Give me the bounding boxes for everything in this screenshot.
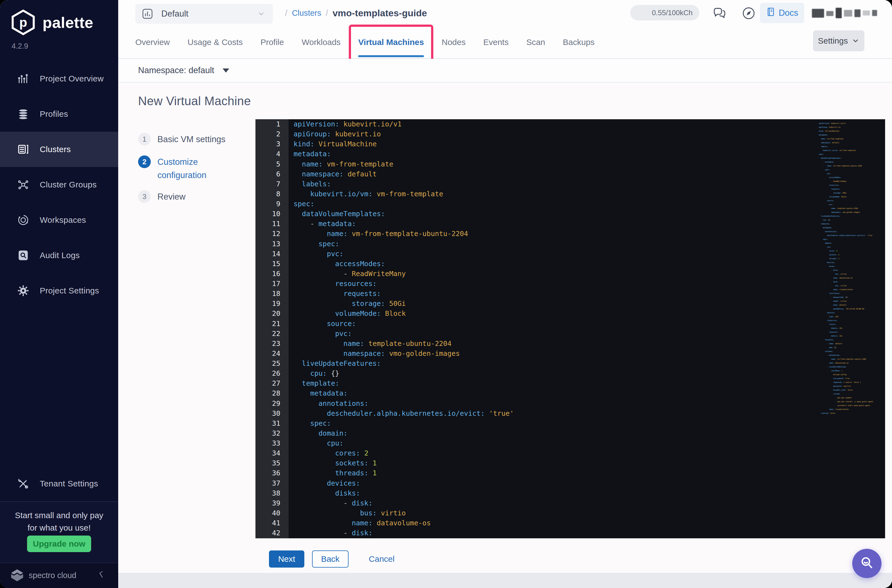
minimap-line: - dataVolume: xyxy=(819,353,878,357)
line-number-gutter: 1234567891011121314151617181920212223242… xyxy=(255,119,288,538)
sidebar-item-label: Tenant Settings xyxy=(40,479,98,488)
minimap-line: apiGroup: kubevirt.io xyxy=(819,125,878,129)
gear-icon xyxy=(17,285,29,297)
code-line: cores: 2 xyxy=(294,448,885,458)
sidebar-item-profiles[interactable]: Profiles xyxy=(0,96,118,132)
code-line: template: xyxy=(294,378,885,388)
line-number: 34 xyxy=(255,448,288,458)
page-title: New Virtual Machine xyxy=(138,94,251,108)
tab-workloads[interactable]: Workloads xyxy=(302,26,341,58)
sidebar-item-label: Project Overview xyxy=(40,74,104,83)
minimap-line: kubevirt.io/vm: vm-from-template xyxy=(819,148,878,152)
chat-icon[interactable] xyxy=(712,6,727,20)
minimap-line: - cloudInitNoCloud: xyxy=(819,365,878,369)
sidebar-item-project-overview[interactable]: Project Overview xyxy=(0,61,118,96)
line-number: 10 xyxy=(255,209,288,219)
sidebar-tenant-nav: Tenant Settings xyxy=(0,466,118,501)
line-number: 36 xyxy=(255,468,288,478)
sidebar-item-workspaces[interactable]: Workspaces xyxy=(0,202,118,238)
step-1-basic-vm-settings[interactable]: 1Basic VM settings xyxy=(138,133,225,146)
code-line: dataVolumeTemplates: xyxy=(294,209,885,219)
minimap-line: volumes: xyxy=(819,350,878,353)
tab-label: Backups xyxy=(563,38,595,47)
minimap-line: cpu: {} xyxy=(819,218,878,222)
namespace-selector[interactable]: Namespace: default xyxy=(138,65,214,75)
chevron-down-icon xyxy=(852,37,859,45)
sidebar-item-tenant-settings[interactable]: Tenant Settings xyxy=(0,466,118,501)
minimap-line: descheduler.alpha.kubernetes.io/evict: '… xyxy=(819,234,878,237)
dropdown-arrow-icon[interactable] xyxy=(222,69,229,73)
usage-quota-badge: 0.55/100kCh xyxy=(630,5,699,20)
sidebar-item-cluster-groups[interactable]: Cluster Groups xyxy=(0,167,118,202)
minimap-line: name: vm-from-template-ubuntu-2204 xyxy=(819,357,878,361)
line-number: 29 xyxy=(255,399,288,409)
code-line: threads: 1 xyxy=(294,468,885,478)
line-number: 8 xyxy=(255,189,288,199)
breadcrumb-clusters-link[interactable]: Clusters xyxy=(292,9,321,18)
code-line: requests: xyxy=(294,289,885,299)
line-number: 41 xyxy=(255,518,288,528)
line-number: 17 xyxy=(255,279,288,289)
line-number: 3 xyxy=(255,139,288,149)
minimap-line: resources: xyxy=(819,319,878,322)
minimap-line: - systemctl start qemu-guest-agent xyxy=(819,404,878,408)
tab-backups[interactable]: Backups xyxy=(563,26,595,58)
minimap-line: labels: xyxy=(819,145,878,148)
line-number: 15 xyxy=(255,259,288,269)
line-number: 42 xyxy=(255,528,288,538)
spectro-cloud-logo-icon xyxy=(10,568,24,582)
cancel-button[interactable]: Cancel xyxy=(362,550,401,568)
docs-button[interactable]: Docs xyxy=(760,3,804,23)
upgrade-now-button[interactable]: Upgrade now xyxy=(27,536,91,552)
search-help-fab[interactable] xyxy=(852,549,881,578)
code-content[interactable]: apiVersion: kubevirt.io/v1apiGroup: kube… xyxy=(294,119,885,538)
minimap-line: password: spectro xyxy=(819,384,878,388)
compass-icon[interactable] xyxy=(742,6,755,20)
minimap-line: namespace: default xyxy=(819,141,878,145)
top-header: Default / Clusters / vmo-templates-guide… xyxy=(118,0,892,26)
audit-icon xyxy=(17,249,29,261)
back-button[interactable]: Back xyxy=(312,550,348,568)
minimap-line: machine: xyxy=(819,311,878,315)
settings-button[interactable]: Settings xyxy=(813,30,864,51)
step-3-review[interactable]: 3Review xyxy=(138,190,186,204)
tab-nodes[interactable]: Nodes xyxy=(441,26,466,58)
code-line: name: datavolume-os xyxy=(294,518,885,528)
sidebar-item-project-settings[interactable]: Project Settings xyxy=(0,273,118,308)
code-line: kubevirt.io/vm: vm-from-template xyxy=(294,189,885,199)
code-line: disks: xyxy=(294,488,885,498)
project-name: Default xyxy=(161,9,188,19)
line-number: 9 xyxy=(255,199,288,209)
line-number: 25 xyxy=(255,358,288,369)
active-tab-underline xyxy=(358,55,424,57)
minimap-line: apiVersion: kubevirt.io/v1 xyxy=(819,122,878,125)
step-2-customize-configuration[interactable]: 2Customizeconfiguration xyxy=(138,155,207,182)
tab-scan[interactable]: Scan xyxy=(526,26,545,58)
sidebar-item-clusters[interactable]: Clusters xyxy=(0,132,118,167)
code-line: metadata: xyxy=(294,149,885,159)
minimap-line: dataVolumeTemplates: xyxy=(819,156,878,160)
minimap-line: kind: VirtualMachine xyxy=(819,129,878,133)
sidebar-collapse-icon[interactable] xyxy=(97,570,106,580)
layers-icon xyxy=(17,108,29,120)
cluster-tabs-bar: OverviewUsage & CostsProfileWorkloadsVir… xyxy=(118,26,892,59)
minimap-line: pod: {} xyxy=(819,346,878,350)
minimap-line: spec: xyxy=(819,237,878,241)
minimap-line: metadata: xyxy=(819,133,878,137)
brand-logo[interactable]: p palette xyxy=(11,9,93,35)
minimap-line: liveUpdateFeatures: xyxy=(819,214,878,218)
tab-events[interactable]: Events xyxy=(483,26,509,58)
sidebar-item-audit-logs[interactable]: Audit Logs xyxy=(0,238,118,273)
tab-usage-costs[interactable]: Usage & Costs xyxy=(188,26,243,58)
editor-minimap[interactable]: apiVersion: kubevirt.io/v1apiGroup: kube… xyxy=(819,122,878,415)
tab-virtual-machines[interactable]: Virtual Machines xyxy=(358,26,424,58)
tab-profile[interactable]: Profile xyxy=(260,26,284,58)
yaml-editor[interactable]: 1234567891011121314151617181920212223242… xyxy=(255,119,885,538)
tab-label: Nodes xyxy=(441,38,466,47)
next-button[interactable]: Next xyxy=(269,550,304,568)
minimap-line: - apt-get update xyxy=(819,396,878,400)
code-line: annotations: xyxy=(294,399,885,409)
project-selector[interactable]: Default xyxy=(135,4,273,24)
tab-label: Scan xyxy=(526,38,545,47)
tab-overview[interactable]: Overview xyxy=(135,26,170,58)
